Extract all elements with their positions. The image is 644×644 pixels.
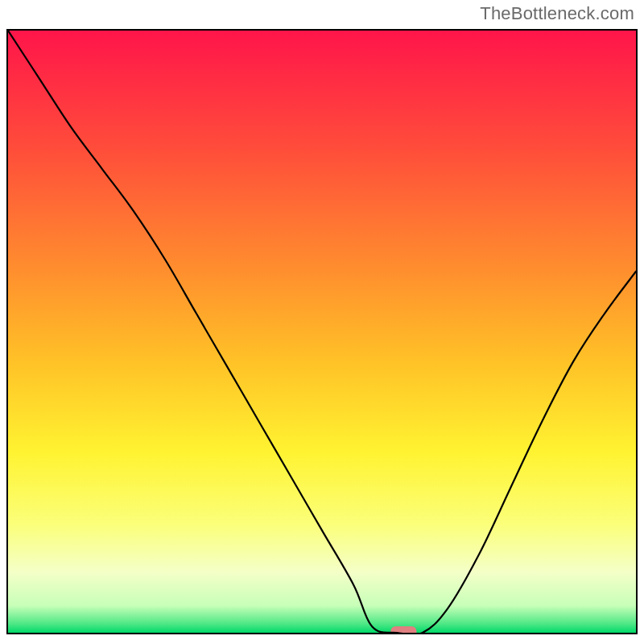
watermark-text: TheBottleneck.com <box>480 3 634 24</box>
plot-area <box>6 29 638 634</box>
gradient-background <box>8 31 636 633</box>
chart-frame: TheBottleneck.com <box>0 0 644 644</box>
chart-svg <box>8 31 636 633</box>
